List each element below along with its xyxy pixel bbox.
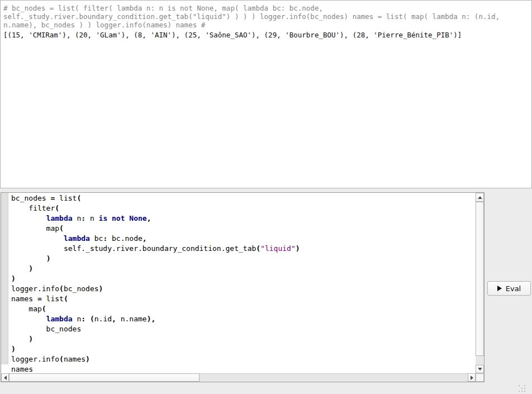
scroll-left-button[interactable]: [1, 373, 9, 382]
scrollbar-corner: [476, 373, 484, 382]
code-line: ): [11, 254, 476, 264]
code-line: bc_nodes: [11, 324, 476, 334]
code-line: lambda bc: bc.node,: [11, 234, 476, 244]
code-editor-pane: bc_nodes = list( filter( lambda n: n is …: [1, 192, 484, 382]
vertical-scroll-thumb[interactable]: [476, 202, 484, 356]
code-line: self._study.river.boundary_condition.get…: [11, 244, 476, 254]
horizontal-scrollbar[interactable]: [1, 373, 476, 382]
code-line: bc_nodes = list(: [11, 193, 476, 203]
resize-grip-icon[interactable]: [519, 385, 526, 392]
scroll-down-button[interactable]: [476, 365, 484, 373]
play-icon: [497, 286, 502, 291]
vertical-scrollbar[interactable]: [476, 193, 484, 373]
code-line: map(: [11, 304, 476, 314]
code-line: ): [11, 264, 476, 274]
left-arrow-icon: [4, 376, 7, 380]
down-arrow-icon: [478, 368, 482, 371]
code-line: logger.info(bc_nodes): [11, 284, 476, 294]
debug-console-window: { "colors": { "keyword": "#00008b", "str…: [0, 0, 532, 394]
console-echo-line: self._study.river.boundary_condition.get…: [3, 12, 529, 21]
eval-button[interactable]: Eval: [487, 281, 531, 296]
horizontal-scroll-thumb[interactable]: [9, 373, 200, 382]
code-line: map(: [11, 224, 476, 234]
code-input-area[interactable]: bc_nodes = list( filter( lambda n: n is …: [8, 193, 476, 374]
code-line: ): [11, 334, 476, 344]
scroll-up-button[interactable]: [476, 193, 484, 202]
editor-margin: [1, 193, 8, 364]
console-echo-line: n.name), bc_nodes ) ) logger.info(names)…: [3, 21, 529, 29]
code-line: ): [11, 344, 476, 354]
eval-button-label: Eval: [506, 284, 521, 293]
console-echo-line: # bc_nodes = list( filter( lambda n: n i…: [3, 4, 529, 12]
right-arrow-icon: [471, 376, 473, 380]
code-line: ): [11, 274, 476, 284]
code-line: names = list(: [11, 294, 476, 304]
code-line: lambda n: n is not None,: [11, 213, 476, 224]
scroll-right-button[interactable]: [468, 373, 476, 382]
code-line: lambda n: (n.id, n.name),: [11, 314, 476, 324]
code-line: names: [11, 364, 476, 374]
up-arrow-icon: [478, 196, 482, 199]
console-output-line: [(15, 'CMIRam'), (20, 'GLam'), (8, 'AIN'…: [3, 31, 529, 39]
console-history-pane[interactable]: # bc_nodes = list( filter( lambda n: n i…: [0, 0, 532, 188]
code-line: filter(: [11, 203, 476, 213]
code-line: logger.info(names): [11, 354, 476, 364]
